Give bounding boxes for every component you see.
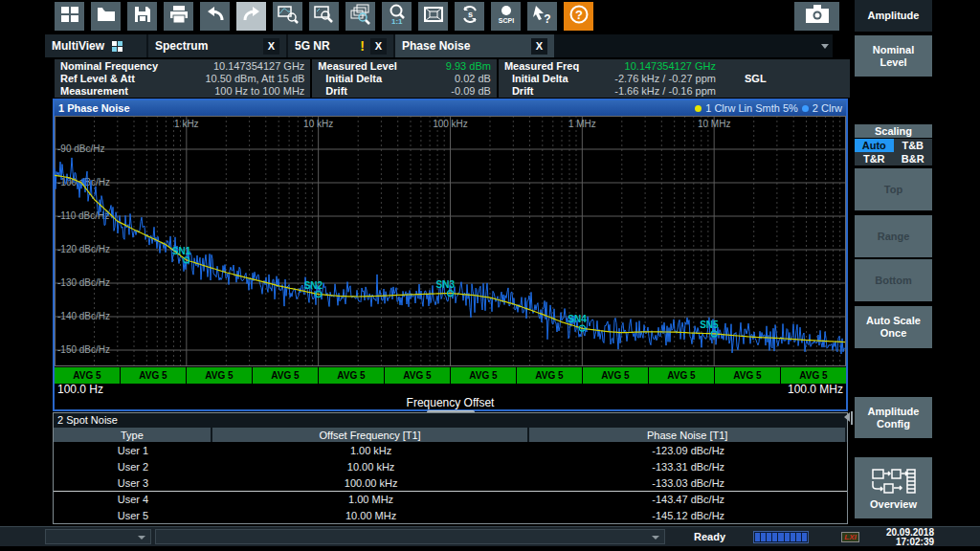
- softkey-nominal-level[interactable]: Nominal Level: [855, 35, 932, 77]
- windows-menu-button[interactable]: [55, 2, 84, 31]
- spot-noise-marker-label: SN4: [568, 314, 587, 324]
- avg-segment: AVG 5: [781, 367, 846, 384]
- softkey-label: Auto Scale Once: [855, 315, 932, 340]
- x-axis-title: Frequency Offset: [55, 396, 846, 410]
- table-cell: -123.09 dBc/Hz: [529, 442, 847, 458]
- table-row[interactable]: User 510.00 MHz-145.12 dBc/Hz: [54, 507, 847, 523]
- phase-noise-plot: -90 dBc/Hz-100 dBc/Hz-110 dBc/Hz-120 dBc…: [55, 116, 846, 366]
- trace-color-dot: [695, 105, 702, 112]
- tab-label: 5G NR: [295, 39, 330, 53]
- open-button[interactable]: [91, 2, 121, 31]
- info-label: Drift: [504, 85, 534, 98]
- x-axis-tick-label: 1 kHz: [174, 119, 199, 129]
- tab-5g-nr[interactable]: 5G NR!X: [288, 34, 395, 57]
- table-cell: 10.00 kHz: [212, 458, 530, 474]
- softkey-bottom[interactable]: Bottom: [855, 259, 932, 301]
- tab-close-button[interactable]: X: [531, 38, 547, 55]
- table-cell: User 3: [54, 474, 212, 491]
- avg-segment: AVG 5: [187, 367, 252, 384]
- chevron-down-icon: [652, 536, 659, 540]
- table-row[interactable]: User 210.00 kHz-133.31 dBc/Hz: [54, 458, 847, 474]
- trace-legend-label: 1 Clrw Lin Smth 5%: [705, 102, 798, 114]
- softkey-amplitude-config[interactable]: Amplitude Config: [855, 397, 932, 438]
- date-time[interactable]: 20.09.2018 17:02:39: [861, 528, 934, 547]
- info-column-measured-freq: Measured Freq10.147354127 GHzInitial Del…: [499, 59, 850, 98]
- display-frame-button[interactable]: [418, 2, 448, 31]
- softkey-top[interactable]: Top: [855, 168, 932, 210]
- screenshot-button[interactable]: [794, 2, 839, 31]
- zoom-area-icon: [313, 3, 336, 30]
- frame-icon: [422, 3, 445, 30]
- spot-noise-table: User 11.00 kHz-123.09 dBc/HzUser 210.00 …: [54, 442, 847, 523]
- spot-noise-marker-label: SN3: [436, 279, 456, 290]
- print-button[interactable]: [164, 2, 193, 31]
- avg-segment: AVG 5: [517, 367, 582, 384]
- softkey-label: Nominal Level: [855, 44, 932, 69]
- info-label: Initial Delta: [504, 73, 568, 85]
- info-row: Measurement100 Hz to 100 MHz: [60, 85, 304, 98]
- scaling-option-auto[interactable]: Auto: [855, 139, 894, 152]
- help-button[interactable]: ?: [564, 2, 593, 31]
- svg-text:?: ?: [575, 8, 583, 22]
- multi-window-zoom-button[interactable]: [345, 2, 375, 31]
- zoom-one-to-one-button[interactable]: 1:1: [382, 2, 412, 31]
- printer-icon: [167, 3, 190, 30]
- sweep-refresh-button[interactable]: s: [455, 2, 484, 31]
- zoom-area-button[interactable]: [309, 2, 339, 31]
- phase-noise-window-titlebar: 1 Phase Noise 1 Clrw Lin Smth 5%2 Clrw: [55, 100, 846, 116]
- table-row[interactable]: User 41.00 MHz-143.47 dBc/Hz: [54, 491, 847, 507]
- multiview-grid-icon: [112, 41, 122, 52]
- avg-segment: AVG 5: [583, 367, 648, 384]
- softkey-overview[interactable]: Overview: [855, 457, 932, 518]
- tab-phase-noise[interactable]: Phase NoiseX: [395, 34, 556, 57]
- info-row: Initial Delta0.02 dB: [318, 73, 491, 85]
- zoom-trace-button[interactable]: [273, 2, 302, 31]
- column-header-phase-noise-t1-: Phase Noise [T1]: [529, 428, 847, 442]
- table-cell: 1.00 MHz: [212, 492, 530, 507]
- table-row[interactable]: User 11.00 kHz-123.09 dBc/Hz: [54, 442, 847, 458]
- context-help-button[interactable]: ?: [527, 2, 557, 31]
- scaling-option-t-r[interactable]: T&R: [855, 152, 894, 165]
- scaling-option-t-b[interactable]: T&B: [894, 139, 933, 152]
- info-label: Ref Level & Att: [60, 73, 135, 85]
- scaling-option-b-r[interactable]: B&R: [894, 152, 933, 165]
- table-row[interactable]: User 3100.00 kHz-133.03 dBc/Hz: [54, 474, 847, 491]
- spot-noise-table-header: TypeOffset Frequency [T1]Phase Noise [T1…: [54, 428, 847, 442]
- y-axis-tick-label: -130 dBc/Hz: [57, 277, 110, 288]
- zoom-trace-icon: [277, 3, 300, 30]
- avg-segment: AVG 5: [451, 367, 516, 384]
- frequency-range-row: 100.0 Hz 100.0 MHz: [55, 384, 846, 396]
- save-button[interactable]: [127, 2, 157, 31]
- lxi-indicator: LXI: [841, 532, 859, 542]
- x-axis-tick-label: 10 kHz: [303, 119, 333, 129]
- table-cell: 100.00 kHz: [212, 474, 530, 491]
- scpi-recorder-button[interactable]: SCPI: [491, 2, 521, 31]
- tab-close-button[interactable]: X: [263, 38, 279, 55]
- y-axis-tick-label: -110 dBc/Hz: [57, 210, 109, 221]
- tab-spectrum[interactable]: SpectrumX: [148, 34, 288, 57]
- info-label: Initial Delta: [318, 73, 382, 85]
- softkey-label: Bottom: [869, 275, 918, 287]
- tab-list-dropdown[interactable]: [821, 44, 829, 49]
- measurement-info-bar: Nominal Frequency10.147354127 GHzRef Lev…: [55, 59, 850, 98]
- svg-text:1:1: 1:1: [391, 17, 403, 26]
- scpi-icon: SCPI: [495, 3, 518, 30]
- scaling-options: AutoT&BT&RB&R: [855, 139, 932, 165]
- softkey-label: Amplitude Config: [855, 406, 932, 430]
- info-row: Measured Freq10.147354127 GHz: [504, 60, 844, 73]
- softkey-menu-title: Amplitude: [855, 0, 932, 32]
- info-row: Drift-0.09 dB: [318, 85, 491, 98]
- help-pointer-icon: ?: [531, 3, 554, 30]
- status-dropdown-message[interactable]: [155, 529, 665, 544]
- redo-button[interactable]: [236, 2, 266, 31]
- status-dropdown-left[interactable]: [45, 529, 151, 544]
- time: 17:02:39: [861, 538, 934, 547]
- softkey-auto-scale-once[interactable]: Auto Scale Once: [855, 306, 932, 348]
- tab-close-button[interactable]: X: [370, 38, 387, 55]
- spot-noise-marker-label: SN1: [172, 246, 191, 256]
- undo-button[interactable]: [200, 2, 230, 31]
- start-frequency: 100.0 Hz: [57, 384, 103, 396]
- tab-multiview[interactable]: MultiView: [45, 34, 148, 57]
- undo-arrow-icon: [204, 3, 227, 30]
- softkey-range[interactable]: Range: [855, 215, 932, 257]
